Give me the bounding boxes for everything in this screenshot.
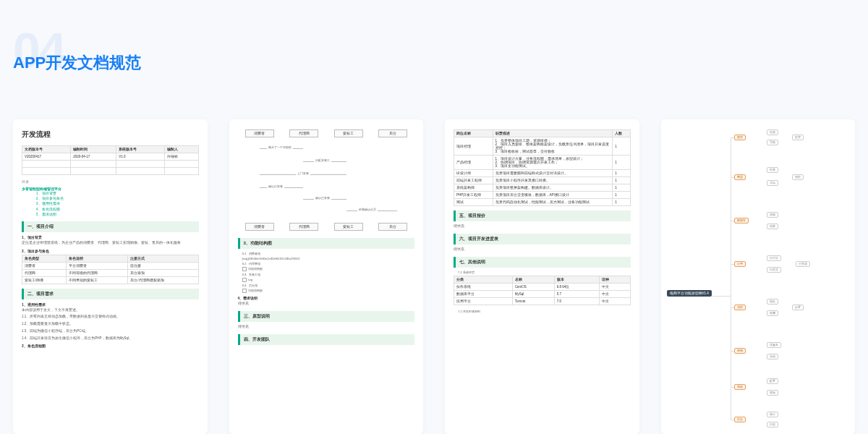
td: MySql bbox=[512, 290, 554, 297]
mindmap-leaf: 推荐 bbox=[792, 135, 804, 140]
txt-1-1: 定位是企业管理营系统，为企业产品的消费者、代理商、安装工实现购物、安装、售后的一… bbox=[22, 241, 199, 246]
mindmap-node: 订单 bbox=[734, 261, 746, 267]
td: 1、项目设计方案，业务流程图，需求清单，原型设计； 2、协调项目，协调资源需方开… bbox=[493, 156, 613, 170]
th: 分类 bbox=[454, 276, 513, 283]
flow-box: 安装工 bbox=[334, 223, 363, 231]
section-5: 四、开发团队 bbox=[238, 334, 415, 345]
td bbox=[71, 161, 116, 168]
th: 语种 bbox=[599, 276, 630, 283]
td: 1 bbox=[613, 184, 630, 192]
td: 操作系统 bbox=[454, 283, 513, 290]
td: CentOS bbox=[512, 283, 554, 290]
txt-sec6: 待填充 bbox=[454, 224, 631, 229]
flow-box: 消费者 bbox=[245, 223, 274, 231]
td bbox=[71, 168, 116, 175]
td: 测试 bbox=[454, 199, 493, 206]
flow-box: 消费者 bbox=[245, 129, 274, 137]
li: 1.1、所有列表支持动态加载，受数据列表显示交替样式动画。 bbox=[22, 315, 199, 320]
role-table: 角色类型 角色说明 注册方式 消费者平台消费者自注册 代理商不同等级的代理商后台… bbox=[22, 255, 199, 284]
td: 1 bbox=[613, 170, 630, 177]
toc-item: 2、项目参与角色 bbox=[36, 196, 199, 201]
td: 负责项目后台交变模块，数据库，API接口设计 bbox=[493, 192, 613, 199]
mindmap-leaf: 导航 bbox=[767, 140, 778, 145]
image-icon bbox=[242, 289, 247, 293]
doc-card-2: 消费者 代理商 安装工 后台 购买了一个智能柜 分配安装工 上门安装 确认已安装… bbox=[229, 119, 424, 434]
td: 负责项目小程序开发及接口对接。 bbox=[493, 177, 613, 184]
mindmap-node: 商品 bbox=[734, 174, 746, 180]
td: 7.0 bbox=[554, 297, 599, 305]
sub-8-1: 7.1 系统环境 bbox=[458, 271, 631, 274]
td: 代理商 bbox=[22, 269, 67, 276]
flow-label: 分配安装工 bbox=[314, 158, 331, 162]
version-table: 文档版本号 编制时间 系统版本号 编制人 V202004172020-04-17… bbox=[22, 145, 199, 175]
td: 1 bbox=[613, 177, 630, 184]
mindmap-node: 系统 bbox=[734, 384, 746, 390]
env-table: 分类 名称 版本 语种 操作系统CentOS6.8 64位中文 数据库平台MyS… bbox=[454, 276, 631, 305]
team-table: 岗位名称 职责描述 人数 项目经理1、负责整体项目工期，资源排佈； 2、项目人员… bbox=[454, 129, 631, 206]
td: 不同等级的代理商 bbox=[66, 269, 128, 276]
flow-label: 上门安装 bbox=[296, 171, 310, 175]
th: 文档版本号 bbox=[22, 146, 71, 153]
sub-2-1: 1、通用性需求 bbox=[22, 302, 199, 307]
td: 1 bbox=[613, 199, 630, 206]
flow-box: 后台 bbox=[378, 223, 407, 231]
mindmap: 电商平台功能原型树V1.4 首页 商品 购物车 订单 我的 营销 系统 后台 轮… bbox=[665, 124, 851, 430]
image-icon bbox=[242, 278, 247, 282]
th: 人数 bbox=[613, 130, 630, 137]
td: UI设计师 bbox=[454, 170, 493, 177]
section-4: 三、原型说明 bbox=[238, 311, 415, 322]
toc-item: 5、需求说明 bbox=[36, 212, 199, 217]
flow-box: 安装工 bbox=[334, 129, 363, 137]
toc-item: 4、角色流程图 bbox=[36, 207, 199, 212]
td: 项目经理 bbox=[454, 137, 493, 156]
td: 后台添加 bbox=[128, 269, 198, 276]
td: 后台/代理商授权添加 bbox=[128, 276, 198, 284]
td: 6.8 64位 bbox=[554, 283, 599, 290]
mindmap-node: 我的 bbox=[734, 305, 746, 310]
flow-diagram: 消费者 代理商 安装工 后台 购买了一个智能柜 分配安装工 上门安装 确认已安装… bbox=[238, 129, 415, 231]
mindmap-leaf: 设置 bbox=[792, 305, 804, 310]
mindmap-leaf: 收藏 bbox=[767, 310, 778, 316]
td: 应用平台 bbox=[454, 297, 513, 305]
td: 中文 bbox=[599, 297, 630, 305]
section-6: 五、项目报价 bbox=[454, 210, 631, 221]
sub-1-1: 1、项目背景 bbox=[22, 235, 199, 239]
mindmap-node: 后台 bbox=[734, 417, 746, 422]
mindmap-leaf: 地址 bbox=[767, 299, 778, 305]
sub-3-1: 3.1、消费者端 bbox=[242, 252, 415, 255]
txt-4: 待填充 bbox=[238, 302, 415, 307]
flow-box: 代理商 bbox=[289, 223, 318, 231]
mindmap-leaf: 列表 bbox=[767, 167, 778, 173]
td: 中文 bbox=[599, 283, 630, 290]
doc-card-3: 岗位名称 职责描述 人数 项目经理1、负责整体项目工期，资源排佈； 2、项目人员… bbox=[445, 119, 639, 434]
td: 负责项目整屏架构建。数据库设计。 bbox=[493, 184, 613, 192]
mindmap-leaf: 轮播 bbox=[767, 129, 778, 135]
td: V1.0 bbox=[116, 153, 165, 161]
icon-placeholder: 功能结构图 bbox=[242, 267, 415, 271]
sub-2-2: 2、角色流程图 bbox=[22, 344, 199, 348]
td: 许锦祥 bbox=[165, 153, 198, 161]
li: 1.2、加载需要显示加载中状态。 bbox=[22, 322, 199, 327]
mindmap-leaf: 待付款 bbox=[767, 255, 781, 261]
sub-3-4: 3.4、后台端 bbox=[242, 284, 415, 287]
mindmap-leaf: 日志 bbox=[767, 422, 778, 427]
td: 产品经理 bbox=[454, 156, 493, 170]
th: 编制人 bbox=[165, 146, 198, 153]
th: 岗位名称 bbox=[454, 130, 493, 137]
td: 中文 bbox=[599, 290, 630, 297]
td: Tomcat bbox=[512, 297, 554, 305]
td: 1 bbox=[613, 137, 630, 156]
td bbox=[165, 161, 198, 168]
mindmap-leaf: 规格 bbox=[792, 174, 804, 180]
td: 数据库平台 bbox=[454, 290, 513, 297]
mindmap-node: 购物车 bbox=[734, 218, 749, 224]
td: 负责项目需要图和前端样式设计交付详设计。 bbox=[493, 170, 613, 177]
txt-sec7: 待填充 bbox=[454, 247, 631, 252]
section-1: 一、项目介绍 bbox=[22, 221, 199, 232]
td: 1、负责整体项目工期，资源排佈； 2、项目人员安排、整体架构框架设计，负载责任书… bbox=[493, 137, 613, 156]
td: 1 bbox=[613, 192, 630, 199]
mindmap-leaf: 优惠券 bbox=[767, 342, 781, 348]
toc-item: 3、通用性需求 bbox=[36, 201, 199, 206]
mindmap-leaf: 加购 bbox=[767, 212, 778, 218]
toc-item: 1、项目背景 bbox=[36, 191, 199, 196]
